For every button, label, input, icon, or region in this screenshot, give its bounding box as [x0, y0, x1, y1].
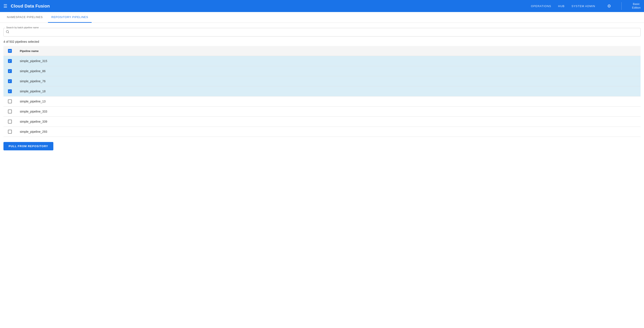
- pull-from-repository-button[interactable]: PULL FROM REPOSITORY: [4, 142, 53, 150]
- pipeline-name-cell: simple_pipeline_86: [16, 66, 640, 76]
- table-row: simple_pipeline_333: [4, 107, 640, 117]
- row-checkbox[interactable]: ✓: [8, 59, 12, 63]
- app-header: ☰ Cloud Data Fusion OPERATIONS HUB SYSTE…: [0, 0, 644, 12]
- pipeline-name-cell: simple_pipeline_333: [16, 107, 640, 117]
- main-content: Search by batch pipeline name 4 of 502 p…: [0, 23, 644, 154]
- tabs-container: NAMESPACE PIPELINES REPOSITORY PIPELINES: [0, 12, 644, 23]
- table-row: ✓simple_pipeline_76: [4, 76, 640, 86]
- edition-badge: BasicEdition: [632, 2, 640, 10]
- table-header-row: Pipeline name: [4, 46, 640, 56]
- select-all-checkbox[interactable]: [8, 49, 12, 53]
- row-checkbox-cell[interactable]: [4, 107, 16, 117]
- row-checkbox[interactable]: ✓: [8, 89, 12, 93]
- nav-hub[interactable]: HUB: [558, 4, 565, 8]
- table-row: ✓simple_pipeline_315: [4, 56, 640, 66]
- svg-line-1: [8, 32, 9, 33]
- header-divider: [622, 2, 622, 10]
- nav-system-admin[interactable]: SYSTEM ADMIN: [572, 4, 595, 8]
- pipeline-name-cell: simple_pipeline_13: [16, 96, 640, 107]
- row-checkbox[interactable]: [8, 130, 12, 134]
- table-row: ✓simple_pipeline_86: [4, 66, 640, 76]
- header-nav: OPERATIONS HUB SYSTEM ADMIN ⚙ BasicEditi…: [531, 2, 640, 10]
- tab-namespace-pipelines[interactable]: NAMESPACE PIPELINES: [4, 12, 46, 23]
- row-checkbox[interactable]: [8, 110, 12, 113]
- row-checkbox[interactable]: [8, 99, 12, 103]
- tab-repository-pipelines[interactable]: REPOSITORY PIPELINES: [48, 12, 92, 23]
- pipeline-name-header: Pipeline name: [16, 46, 640, 56]
- row-checkbox[interactable]: ✓: [8, 69, 12, 73]
- row-checkbox-cell[interactable]: [4, 127, 16, 137]
- table-row: simple_pipeline_339: [4, 117, 640, 127]
- table-row: ✓simple_pipeline_18: [4, 86, 640, 96]
- app-logo: Cloud Data Fusion: [11, 4, 531, 8]
- row-checkbox-cell[interactable]: [4, 117, 16, 127]
- select-all-header[interactable]: [4, 46, 16, 56]
- row-checkbox-cell[interactable]: [4, 96, 16, 107]
- pipeline-name-cell: simple_pipeline_76: [16, 76, 640, 86]
- row-checkbox-cell[interactable]: ✓: [4, 66, 16, 76]
- table-row: simple_pipeline_13: [4, 96, 640, 107]
- pipeline-name-cell: simple_pipeline_339: [16, 117, 640, 127]
- pipeline-name-cell: simple_pipeline_315: [16, 56, 640, 66]
- pipeline-name-cell: simple_pipeline_293: [16, 127, 640, 137]
- row-checkbox-cell[interactable]: ✓: [4, 76, 16, 86]
- search-label: Search by batch pipeline name: [6, 26, 40, 29]
- table-row: simple_pipeline_293: [4, 127, 640, 137]
- row-checkbox[interactable]: ✓: [8, 79, 12, 83]
- pipeline-table: Pipeline name ✓simple_pipeline_315✓simpl…: [4, 46, 640, 137]
- nav-operations[interactable]: OPERATIONS: [531, 4, 551, 8]
- pipeline-name-cell: simple_pipeline_18: [16, 86, 640, 96]
- row-checkbox[interactable]: [8, 120, 12, 124]
- row-checkbox-cell[interactable]: ✓: [4, 86, 16, 96]
- selection-count: 4 of 502 pipelines selected: [4, 40, 640, 43]
- search-input[interactable]: [12, 29, 638, 35]
- row-checkbox-cell[interactable]: ✓: [4, 56, 16, 66]
- search-container: Search by batch pipeline name: [4, 28, 640, 36]
- search-icon: [6, 30, 9, 34]
- settings-icon[interactable]: ⚙: [607, 3, 611, 8]
- menu-icon[interactable]: ☰: [4, 4, 7, 8]
